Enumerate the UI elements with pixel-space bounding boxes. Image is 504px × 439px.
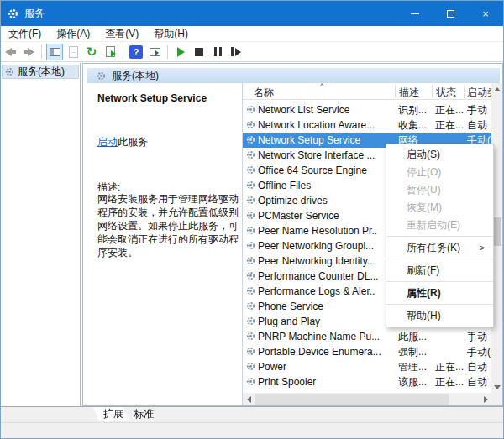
service-startup-cell: 手动(触 <box>467 344 491 359</box>
menu-item[interactable]: 帮助(H) <box>146 26 196 42</box>
start-service-icon[interactable] <box>172 44 189 60</box>
service-gear-icon <box>246 241 255 250</box>
context-menu-item[interactable]: 启动(S) > <box>386 146 493 164</box>
service-status-cell <box>435 329 466 344</box>
service-name-cell: Power <box>258 359 396 374</box>
service-name-cell: PCMaster Service <box>258 208 396 223</box>
service-startup-cell: 自动 <box>467 374 491 389</box>
services-gear-icon <box>5 67 14 76</box>
description-text: 网络安装服务用于管理网络驱动程序的安装，并允许配置低级别网络设置。如果停止此服务… <box>97 192 239 259</box>
service-gear-icon <box>246 135 255 144</box>
forward-icon[interactable] <box>20 44 37 60</box>
scroll-down-icon[interactable] <box>491 381 502 393</box>
service-name-cell: Network Store Interface ... <box>258 148 396 163</box>
context-menu-item[interactable]: 暂停(U) > <box>386 181 493 199</box>
service-status-cell: 正在... <box>435 374 466 389</box>
properties-icon[interactable] <box>65 44 81 60</box>
menu-item[interactable]: 查看(V) <box>97 26 146 42</box>
toolbar-separator <box>167 45 168 59</box>
toolbar-separator <box>123 45 123 59</box>
show-action-pane-icon[interactable] <box>146 44 163 60</box>
show-console-tree-icon[interactable] <box>46 44 63 60</box>
context-menu-item[interactable]: 帮助(H) > <box>386 307 493 325</box>
close-icon[interactable]: × <box>468 1 503 26</box>
sidebar-item-services-local[interactable]: 服务(本地) <box>2 65 79 79</box>
menu-bar: 文件(F)操作(A)查看(V)帮助(H) <box>1 26 503 42</box>
help-icon[interactable]: ? <box>128 44 144 60</box>
context-menu: 启动(S) > 停止(O) > 暂停(U) > 恢复(M) > 重新启动(E) … <box>386 144 494 327</box>
service-gear-icon <box>246 347 255 356</box>
horizontal-scrollbar[interactable] <box>243 393 491 405</box>
context-menu-item[interactable]: 重新启动(E) > <box>386 217 493 237</box>
service-gear-icon <box>246 316 255 326</box>
table-row[interactable]: Power 管理... 正在... 自动 <box>243 359 491 374</box>
scroll-up-icon[interactable] <box>491 83 502 95</box>
service-name-cell: Plug and Play <box>258 314 396 329</box>
window-title: 服务 <box>24 7 45 21</box>
service-status-cell: 正在... <box>435 359 466 374</box>
service-gear-icon <box>246 211 255 220</box>
start-service-suffix: 此服务 <box>118 136 148 148</box>
service-gear-icon <box>246 226 255 235</box>
service-description-cell: 强制... <box>398 344 432 359</box>
service-name-cell: Peer Networking Groupi... <box>258 238 396 253</box>
service-description-cell: 识别... <box>398 102 432 118</box>
toolbar-separator <box>41 45 42 59</box>
service-description-cell: 此服... <box>398 329 432 344</box>
context-menu-item[interactable]: 刷新(F) > <box>386 262 493 282</box>
service-status-cell <box>435 344 466 359</box>
table-row[interactable]: PNRP Machine Name Pu... 此服... 手动 <box>243 329 491 344</box>
service-name-cell: Peer Name Resolution Pr.. <box>258 223 396 238</box>
service-startup-cell: 自动 <box>467 118 491 133</box>
context-menu-item-label: 刷新(F) <box>407 264 439 276</box>
horizontal-scrollbar-thumb[interactable] <box>255 394 449 405</box>
column-header-description[interactable]: 描述 <box>399 86 419 100</box>
back-icon[interactable] <box>2 44 18 60</box>
scroll-right-icon[interactable] <box>480 393 491 405</box>
stop-service-icon[interactable] <box>191 44 207 60</box>
service-description-cell: 该服... <box>398 374 432 389</box>
service-name-cell: Offline Files <box>258 178 396 193</box>
menu-item[interactable]: 操作(A) <box>49 26 97 42</box>
column-separator[interactable] <box>432 85 433 98</box>
scroll-left-icon[interactable] <box>243 393 255 405</box>
column-separator[interactable] <box>464 85 465 98</box>
table-row[interactable]: Network Location Aware... 收集... 正在... 自动 <box>243 118 491 133</box>
service-startup-cell: 手动 <box>467 102 491 118</box>
titlebar[interactable]: 服务 × <box>1 1 503 26</box>
service-name-cell: Performance Counter DL... <box>258 269 396 284</box>
services-gear-icon <box>97 71 106 81</box>
menu-item[interactable]: 文件(F) <box>1 26 49 42</box>
refresh-icon[interactable]: ↻ <box>83 44 100 60</box>
start-service-link[interactable]: 启动 <box>97 136 118 148</box>
pause-service-icon[interactable] <box>209 44 226 60</box>
maximize-icon[interactable] <box>433 1 468 26</box>
context-menu-item[interactable]: 停止(O) > <box>386 164 493 181</box>
service-description-cell: 收集... <box>398 118 432 133</box>
table-row[interactable]: Print Spooler 该服... 正在... 自动 <box>243 374 491 389</box>
service-gear-icon <box>246 286 255 295</box>
tab-standard[interactable]: 标准 <box>123 407 164 421</box>
table-row[interactable]: Portable Device Enumera... 强制... 手动(触 <box>243 344 491 359</box>
service-gear-icon <box>246 377 255 386</box>
context-menu-item-label: 帮助(H) <box>407 310 441 321</box>
service-name-cell: Portable Device Enumera... <box>258 344 396 359</box>
sort-ascending-icon: ^ <box>320 82 323 91</box>
service-gear-icon <box>246 332 255 341</box>
export-list-icon[interactable] <box>102 44 118 60</box>
context-menu-item[interactable]: 恢复(M) > <box>386 199 493 217</box>
column-header-status[interactable]: 状态 <box>436 86 456 100</box>
context-menu-item[interactable]: 所有任务(K) > <box>386 239 493 259</box>
service-gear-icon <box>246 301 255 311</box>
context-menu-item-label: 停止(O) <box>407 166 441 178</box>
service-gear-icon <box>246 105 255 114</box>
context-menu-item[interactable]: 属性(R) > <box>386 285 493 305</box>
column-header-name[interactable]: 名称 <box>254 86 274 100</box>
service-name-cell: Peer Networking Identity.. <box>258 253 396 269</box>
column-separator[interactable] <box>395 85 396 98</box>
minimize-icon[interactable] <box>397 1 433 26</box>
list-header: 名称 ^ 描述 状态 启动类 <box>243 83 491 100</box>
restart-service-icon[interactable] <box>228 44 244 60</box>
service-status-cell: 正在... <box>435 118 466 133</box>
table-row[interactable]: Network List Service 识别... 正在... 手动 <box>243 102 491 118</box>
